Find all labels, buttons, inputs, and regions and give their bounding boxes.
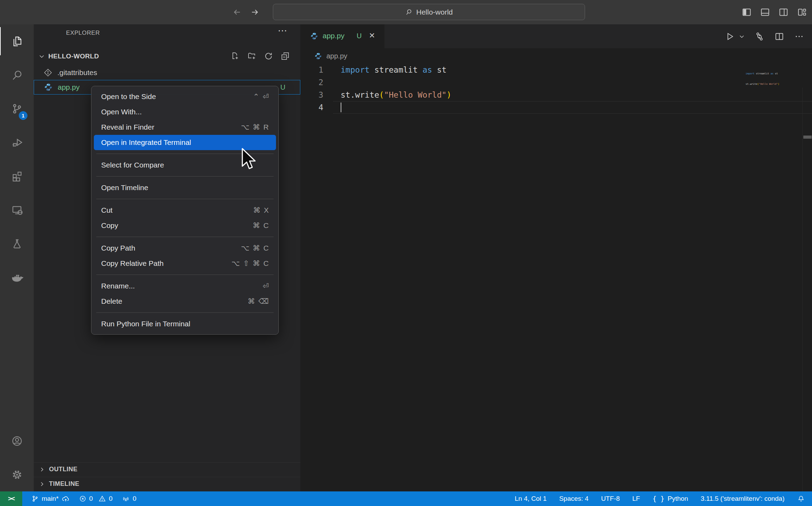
git-file-icon bbox=[43, 68, 52, 77]
menu-item-cut[interactable]: Cut ⌘ X bbox=[91, 203, 278, 218]
run-icon[interactable] bbox=[724, 31, 735, 42]
folder-section-label: HELLO-WORLD bbox=[48, 52, 99, 60]
activity-docker-icon[interactable] bbox=[0, 260, 34, 294]
menu-separator bbox=[96, 275, 274, 275]
file-name: app.py bbox=[58, 83, 80, 91]
toggle-primary-sidebar-icon[interactable] bbox=[741, 6, 752, 18]
cloud-upload-icon bbox=[62, 495, 70, 503]
minimap[interactable]: import streamlit as st st.write("Hello W… bbox=[746, 65, 779, 93]
menu-separator bbox=[96, 312, 274, 313]
split-editor-icon[interactable] bbox=[774, 31, 785, 42]
cursor-position[interactable]: Ln 4, Col 1 bbox=[515, 495, 547, 503]
ports-status[interactable]: 0 bbox=[122, 495, 137, 503]
python-file-icon bbox=[44, 83, 53, 92]
problems-status[interactable]: 0 0 bbox=[79, 495, 113, 503]
activity-search-icon[interactable] bbox=[0, 58, 34, 92]
editor-group: app.py U × bbox=[300, 24, 812, 491]
git-status-badge: U bbox=[281, 83, 285, 91]
line-number: 4 bbox=[300, 101, 323, 114]
braces-icon: { } bbox=[652, 495, 664, 503]
navigate-back-icon[interactable] bbox=[231, 6, 243, 18]
menu-separator bbox=[96, 176, 274, 177]
branch-icon bbox=[31, 495, 39, 503]
menu-item-copy[interactable]: Copy ⌘ C bbox=[91, 218, 278, 233]
menu-item-copy-relative-path[interactable]: Copy Relative Path ⌥ ⇧ ⌘ C bbox=[91, 256, 278, 271]
python-file-icon bbox=[310, 32, 318, 40]
branch-name: main* bbox=[42, 495, 59, 503]
run-dropdown-chevron-icon[interactable] bbox=[739, 33, 745, 40]
title-bar: Hello-world bbox=[0, 0, 812, 24]
activity-remote-explorer-icon[interactable] bbox=[0, 193, 34, 227]
tab-git-badge: U bbox=[357, 32, 362, 40]
menu-item-rename[interactable]: Rename... ⏎ bbox=[91, 278, 278, 294]
vscode-window: Hello-world 1 bbox=[0, 0, 812, 506]
error-count: 0 bbox=[89, 495, 93, 503]
explorer-title: EXPLORER bbox=[66, 30, 100, 36]
indentation[interactable]: Spaces: 4 bbox=[559, 495, 589, 503]
file-name: .gitattributes bbox=[57, 68, 97, 77]
tab-app-py[interactable]: app.py U × bbox=[300, 24, 384, 48]
tab-bar: app.py U × bbox=[300, 24, 812, 48]
command-center-label: Hello-world bbox=[416, 8, 453, 16]
open-changes-icon[interactable] bbox=[754, 31, 765, 42]
menu-item-run-python-file-in-terminal[interactable]: Run Python File in Terminal bbox=[91, 316, 278, 332]
chevron-right-icon bbox=[39, 481, 46, 488]
activity-bar: 1 bbox=[0, 24, 34, 491]
encoding[interactable]: UTF-8 bbox=[601, 495, 620, 503]
warning-count: 0 bbox=[109, 495, 113, 503]
folder-section-header[interactable]: HELLO-WORLD bbox=[34, 49, 300, 64]
outline-section-header[interactable]: OUTLINE bbox=[34, 462, 300, 476]
branch-status[interactable]: main* bbox=[31, 495, 70, 503]
collapse-all-icon[interactable] bbox=[281, 51, 290, 61]
explorer-more-actions-icon[interactable]: ⋯ bbox=[278, 25, 287, 36]
menu-item-reveal-in-finder[interactable]: Reveal in Finder ⌥ ⌘ R bbox=[91, 120, 278, 135]
timeline-section-header[interactable]: TIMELINE bbox=[34, 477, 300, 491]
menu-item-open-with[interactable]: Open With... bbox=[91, 104, 278, 120]
breadcrumb[interactable]: app.py bbox=[300, 48, 812, 64]
menu-separator bbox=[96, 199, 274, 199]
new-file-icon[interactable] bbox=[230, 51, 240, 61]
code-line-1: import streamlit as st bbox=[341, 64, 447, 76]
menu-item-open-to-the-side[interactable]: Open to the Side ⌃ ⏎ bbox=[91, 89, 278, 104]
radio-tower-icon bbox=[122, 495, 130, 503]
language-mode[interactable]: { } Python bbox=[652, 495, 688, 503]
timeline-label: TIMELINE bbox=[49, 480, 79, 488]
tab-close-icon[interactable]: × bbox=[369, 30, 375, 41]
remote-indicator[interactable]: >< bbox=[0, 491, 22, 506]
activity-source-control-icon[interactable]: 1 bbox=[0, 92, 34, 125]
activity-testing-icon[interactable] bbox=[0, 227, 34, 260]
more-actions-icon[interactable] bbox=[794, 31, 804, 42]
refresh-icon[interactable] bbox=[264, 51, 273, 61]
activity-explorer-icon[interactable] bbox=[0, 24, 34, 58]
accounts-icon[interactable] bbox=[0, 424, 34, 458]
notifications-bell-icon[interactable] bbox=[797, 495, 805, 503]
activity-run-debug-icon[interactable] bbox=[0, 125, 34, 159]
chevron-down-icon bbox=[38, 52, 46, 60]
overview-ruler bbox=[802, 88, 803, 491]
python-interpreter[interactable]: 3.11.5 ('streamlitenv': conda) bbox=[701, 495, 785, 503]
navigate-forward-icon[interactable] bbox=[249, 6, 261, 18]
overview-ruler-cursor-marker[interactable] bbox=[803, 136, 812, 139]
menu-item-delete[interactable]: Delete ⌘ ⌫ bbox=[91, 294, 278, 309]
status-bar: >< main* 0 0 0 Ln 4, Col 1 Spaces: 4 UTF… bbox=[0, 491, 812, 506]
chevron-right-icon bbox=[39, 466, 46, 473]
command-center-search[interactable]: Hello-world bbox=[273, 4, 585, 20]
menu-item-copy-path[interactable]: Copy Path ⌥ ⌘ C bbox=[91, 240, 278, 256]
toggle-secondary-sidebar-icon[interactable] bbox=[778, 6, 789, 18]
tab-label: app.py bbox=[323, 32, 344, 40]
eol-sequence[interactable]: LF bbox=[632, 495, 640, 503]
mouse-cursor bbox=[241, 147, 257, 173]
code-editor[interactable]: 1 import streamlit as st 2 3 st.write("H… bbox=[300, 64, 812, 491]
context-menu: Open to the Side ⌃ ⏎ Open With... Reveal… bbox=[91, 86, 279, 335]
file-row-gitattributes[interactable]: .gitattributes bbox=[34, 65, 300, 80]
customize-layout-icon[interactable] bbox=[797, 6, 807, 18]
menu-item-open-timeline[interactable]: Open Timeline bbox=[91, 180, 278, 195]
line-number: 2 bbox=[300, 76, 323, 89]
new-folder-icon[interactable] bbox=[247, 51, 257, 61]
toggle-panel-icon[interactable] bbox=[760, 6, 770, 18]
line-number: 3 bbox=[300, 89, 323, 101]
search-icon bbox=[405, 8, 413, 16]
settings-gear-icon[interactable] bbox=[0, 458, 34, 491]
errors-icon bbox=[79, 495, 87, 503]
activity-extensions-icon[interactable] bbox=[0, 159, 34, 193]
